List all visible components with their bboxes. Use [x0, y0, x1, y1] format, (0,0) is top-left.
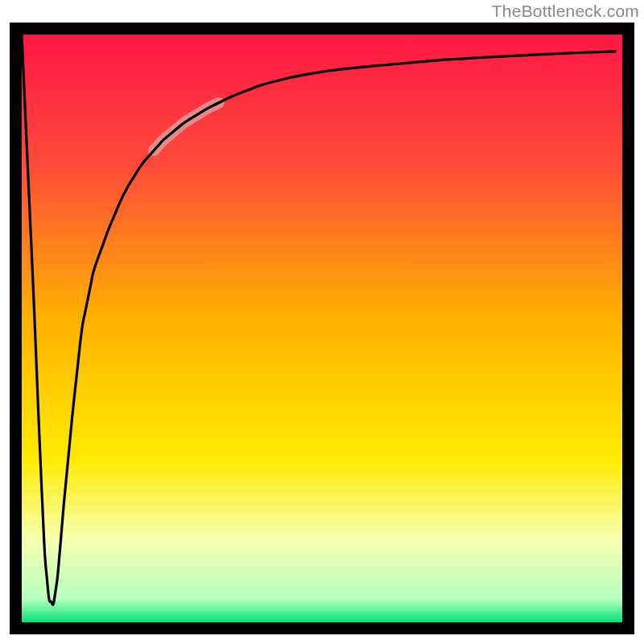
gradient-background [22, 35, 622, 622]
chart-svg [10, 23, 634, 634]
watermark-text: TheBottleneck.com [492, 2, 639, 21]
chart-frame [10, 23, 634, 634]
